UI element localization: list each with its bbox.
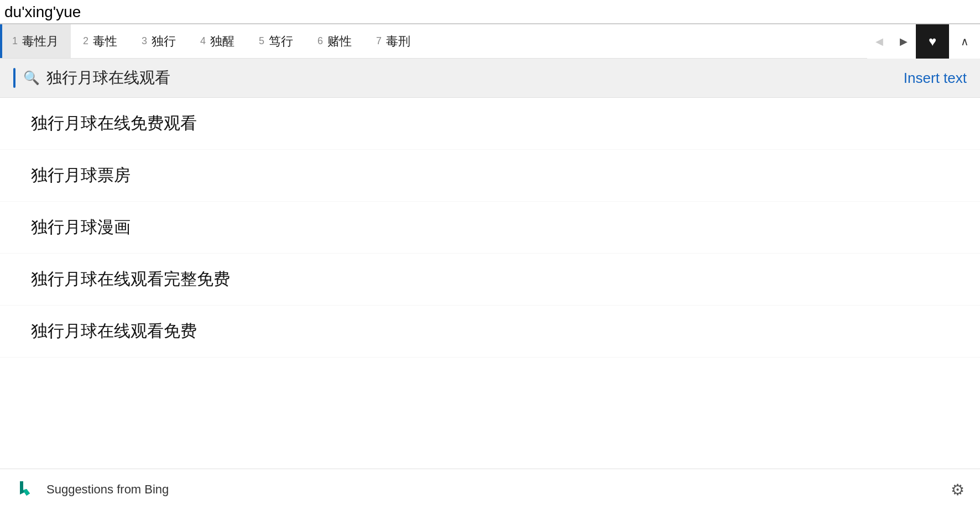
search-query-text: 独行月球在线观看 <box>46 67 904 88</box>
candidate-item-1[interactable]: 1毒性月 <box>0 24 71 58</box>
footer-label: Suggestions from Bing <box>46 482 169 497</box>
candidate-item-2[interactable]: 2毒性 <box>71 24 129 58</box>
candidate-num: 3 <box>142 35 147 47</box>
favorites-button[interactable]: ♥ <box>916 24 949 59</box>
candidate-text: 毒刑 <box>386 33 410 50</box>
insert-text-button[interactable]: Insert text <box>904 70 967 87</box>
next-arrow-icon: ▶ <box>900 35 908 48</box>
bing-logo-icon <box>15 479 37 500</box>
footer: Suggestions from Bing ⚙ <box>0 469 980 510</box>
footer-left: Suggestions from Bing <box>15 479 169 500</box>
collapse-icon: ∧ <box>961 35 969 48</box>
collapse-button[interactable]: ∧ <box>949 24 980 59</box>
candidate-item-4[interactable]: 4独醒 <box>188 24 247 58</box>
suggestions-list: 独行月球在线免费观看独行月球票房独行月球漫画独行月球在线观看完整免费独行月球在线… <box>0 98 980 357</box>
candidate-item-5[interactable]: 5笃行 <box>247 24 305 58</box>
suggestion-item-2[interactable]: 独行月球票房 <box>0 150 980 202</box>
prev-arrow-icon: ◀ <box>875 35 883 48</box>
candidate-num: 5 <box>259 35 264 47</box>
suggestion-item-1[interactable]: 独行月球在线免费观看 <box>0 98 980 150</box>
search-bar: 🔍 独行月球在线观看 Insert text <box>0 59 980 98</box>
candidate-item-3[interactable]: 3独行 <box>129 24 188 58</box>
candidate-num: 2 <box>83 35 88 47</box>
candidate-item-6[interactable]: 6赌性 <box>305 24 364 58</box>
candidate-text: 毒性 <box>93 33 117 50</box>
top-input-bar <box>0 0 980 24</box>
candidate-text: 独醒 <box>210 33 234 50</box>
candidate-bar: 1毒性月2毒性3独行4独醒5笃行6赌性7毒刑 ◀ ▶ ♥ ∧ <box>0 24 980 59</box>
prev-page-button[interactable]: ◀ <box>867 24 892 59</box>
candidate-num: 1 <box>12 35 18 47</box>
candidate-num: 7 <box>376 35 382 47</box>
suggestion-item-3[interactable]: 独行月球漫画 <box>0 202 980 254</box>
candidate-text: 赌性 <box>327 33 352 50</box>
candidate-text: 独行 <box>152 33 176 50</box>
candidate-num: 4 <box>200 35 206 47</box>
heart-icon: ♥ <box>929 34 936 49</box>
search-icon: 🔍 <box>23 70 40 86</box>
candidate-item-7[interactable]: 7毒刑 <box>364 24 423 58</box>
suggestion-item-5[interactable]: 独行月球在线观看免费 <box>0 306 980 357</box>
next-page-button[interactable]: ▶ <box>892 24 916 59</box>
candidate-text: 毒性月 <box>22 33 59 50</box>
suggestion-item-4[interactable]: 独行月球在线观看完整免费 <box>0 254 980 306</box>
blue-accent-bar <box>13 68 15 88</box>
candidate-num: 6 <box>317 35 323 47</box>
pinyin-input[interactable] <box>4 3 170 21</box>
candidate-text: 笃行 <box>269 33 293 50</box>
settings-gear-icon[interactable]: ⚙ <box>951 481 965 499</box>
